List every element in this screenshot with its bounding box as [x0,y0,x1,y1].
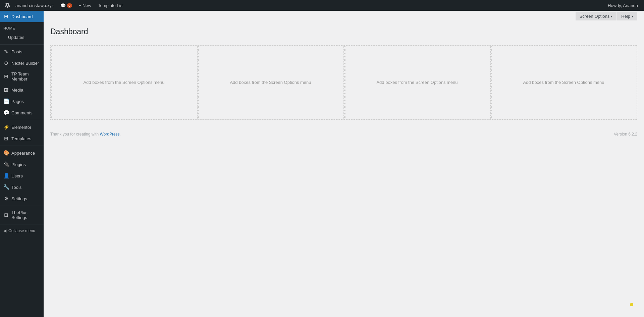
dashboard-column-4: Add boxes from the Screen Options menu [490,46,637,119]
appearance-icon: 🎨 [3,150,9,156]
collapse-menu-label: Collapse menu [8,228,35,233]
sidebar-item-plugins-label: Plugins [11,162,26,167]
sidebar-item-theplus-settings[interactable]: ⊞ ThePlus Settings [0,207,44,223]
comments-icon: 💬 [60,3,66,8]
comments-menu-icon: 💬 [3,110,9,116]
sidebar-item-tp-team-member[interactable]: ⊞ TP Team Member [0,69,44,84]
dashboard-column-2: Add boxes from the Screen Options menu [197,46,344,119]
sidebar-item-pages-label: Pages [11,99,24,104]
pages-icon: 📄 [3,98,9,104]
collapse-menu-button[interactable]: ◀ Collapse menu [0,226,44,236]
wp-footer: Thank you for creating with WordPress. V… [44,126,644,142]
wp-wrap: ⊞ Dashboard Home Updates ✎ Posts ⊙ Nexte… [0,11,644,317]
dashboard-column-2-placeholder: Add boxes from the Screen Options menu [230,80,311,85]
dashboard-icon: ⊞ [3,13,9,19]
sidebar-item-tools[interactable]: 🔧 Tools [0,181,44,193]
sidebar-item-settings[interactable]: ⚙ Settings [0,193,44,204]
wp-logo[interactable] [3,0,12,11]
menu-separator-3 [0,146,44,146]
screen-options-label: Screen Options [580,14,610,19]
main-content: Screen Options ▾ Help ▾ Dashboard Add bo… [44,11,644,317]
sidebar-item-elementor[interactable]: ⚡ Elementor [0,121,44,133]
admin-menu: ⊞ Dashboard Home Updates ✎ Posts ⊙ Nexte… [0,11,44,317]
sidebar-item-appearance[interactable]: 🎨 Appearance [0,147,44,159]
sidebar-item-elementor-label: Elementor [11,125,31,130]
help-button[interactable]: Help ▾ [617,12,637,20]
sidebar-item-posts-label: Posts [11,49,22,54]
help-label: Help [621,14,630,19]
dashboard-grid: Add boxes from the Screen Options menu A… [50,45,637,120]
adminbar-right: Howdy, Ananda [604,0,641,11]
menu-separator-2 [0,120,44,120]
adminbar-template-list[interactable]: Template List [95,0,127,11]
settings-icon: ⚙ [3,196,9,202]
sidebar-item-appearance-label: Appearance [11,151,35,156]
sidebar-item-posts[interactable]: ✎ Posts [0,46,44,57]
media-icon: 🖼 [3,87,9,93]
screen-options-arrow: ▾ [611,14,612,18]
plugins-icon: 🔌 [3,161,9,167]
footer-version: Version 6.2.2 [614,132,637,137]
tools-icon: 🔧 [3,184,9,190]
comments-count: 0 [67,3,72,8]
collapse-menu-icon: ◀ [3,228,6,233]
screen-meta-links: Screen Options ▾ Help ▾ [44,11,644,20]
sidebar-item-dashboard-label: Dashboard [11,14,33,19]
page-wrap: Dashboard Add boxes from the Screen Opti… [44,20,644,126]
menu-separator-1 [0,44,44,45]
theplus-settings-icon: ⊞ [3,212,9,218]
sidebar-item-media-label: Media [11,88,23,93]
sidebar-item-pages[interactable]: 📄 Pages [0,96,44,107]
adminbar-site-name[interactable]: ananda.instawp.xyz [12,0,57,11]
sidebar-item-dashboard[interactable]: ⊞ Dashboard [0,11,44,22]
sidebar-item-comments-label: Comments [11,110,33,115]
footer-thank-you: Thank you for creating with WordPress. [50,132,121,137]
sidebar-item-nexter-builder-label: Nexter Builder [11,61,39,66]
sidebar-item-tp-team-member-label: TP Team Member [11,71,40,82]
page-title: Dashboard [50,24,637,40]
dashboard-column-4-placeholder: Add boxes from the Screen Options menu [523,80,604,85]
sidebar-item-settings-label: Settings [11,196,27,201]
screen-options-button[interactable]: Screen Options ▾ [576,12,617,20]
footer-thank-you-text: Thank you for creating with [50,132,99,137]
adminbar-items: ananda.instawp.xyz 💬 0 + New Template Li… [12,0,604,11]
menu-separator-5 [0,224,44,224]
dashboard-column-1-placeholder: Add boxes from the Screen Options menu [83,80,164,85]
sidebar-item-updates-label: Updates [8,35,24,40]
sidebar-item-comments[interactable]: 💬 Comments [0,107,44,118]
sidebar-item-media[interactable]: 🖼 Media [0,84,44,96]
adminbar-howdy[interactable]: Howdy, Ananda [604,0,641,11]
sidebar-item-templates-label: Templates [11,136,31,141]
sidebar-home-section: Home [0,22,44,32]
help-arrow: ▾ [632,14,633,18]
sidebar-item-theplus-settings-label: ThePlus Settings [11,210,40,220]
sidebar-item-updates[interactable]: Updates [0,32,44,43]
sidebar-item-plugins[interactable]: 🔌 Plugins [0,159,44,170]
dashboard-column-3: Add boxes from the Screen Options menu [344,46,490,119]
sidebar-item-users-label: Users [11,173,23,178]
sidebar-item-tools-label: Tools [11,185,21,190]
templates-icon: ⊞ [3,136,9,142]
footer-wordpress-link[interactable]: WordPress [100,132,119,137]
sidebar-item-templates[interactable]: ⊞ Templates [0,133,44,144]
menu-separator-4 [0,206,44,206]
admin-bar: ananda.instawp.xyz 💬 0 + New Template Li… [0,0,644,11]
sidebar-item-users[interactable]: 👤 Users [0,170,44,181]
users-icon: 👤 [3,173,9,179]
dashboard-column-3-placeholder: Add boxes from the Screen Options menu [376,80,458,85]
dashboard-column-1: Add boxes from the Screen Options menu [51,46,197,119]
tp-team-member-icon: ⊞ [3,73,9,80]
posts-icon: ✎ [3,49,9,55]
elementor-icon: ⚡ [3,124,9,130]
nexter-builder-icon: ⊙ [3,60,9,66]
sidebar-item-nexter-builder[interactable]: ⊙ Nexter Builder [0,57,44,69]
adminbar-comments[interactable]: 💬 0 [57,0,75,11]
adminbar-new[interactable]: + New [75,0,95,11]
